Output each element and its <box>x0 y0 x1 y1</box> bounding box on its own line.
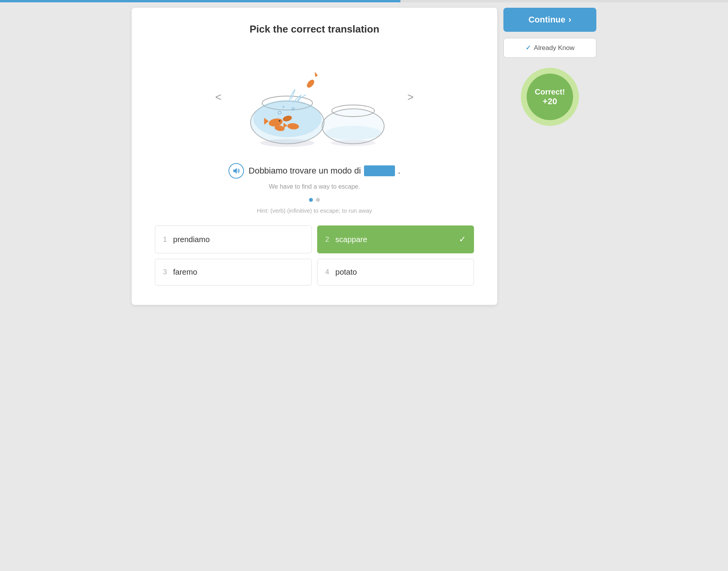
option-3-label: faremo <box>173 268 197 277</box>
hint-text: Hint: (verb) (infinitive) to escape; to … <box>155 207 474 214</box>
already-know-checkmark: ✓ <box>525 44 531 52</box>
option-2[interactable]: 2 scappare ✓ <box>317 225 474 253</box>
question-title: Pick the correct translation <box>155 23 474 35</box>
dot-2 <box>316 198 320 202</box>
option-4-number: 4 <box>325 268 329 276</box>
fishbowl-image <box>233 47 396 148</box>
continue-button[interactable]: Continue › <box>503 8 596 32</box>
progress-bar-container <box>0 0 728 2</box>
continue-label: Continue <box>529 15 565 25</box>
fishbowl-illustration <box>233 47 396 148</box>
sentence-text: Dobbiamo trovare un modo di . <box>249 165 400 176</box>
already-know-button[interactable]: ✓ Already Know <box>503 38 596 58</box>
correct-label: Correct! <box>535 88 565 96</box>
svg-point-20 <box>325 126 381 140</box>
svg-point-9 <box>279 120 280 122</box>
option-1-number: 1 <box>163 236 167 244</box>
svg-marker-15 <box>312 72 318 78</box>
blank-box <box>364 165 395 176</box>
correct-checkmark: ✓ <box>459 234 466 244</box>
already-know-label: Already Know <box>534 44 575 52</box>
option-2-label: scappare <box>335 235 367 244</box>
page-wrapper: Pick the correct translation < <box>132 8 596 305</box>
page-dots <box>155 198 474 202</box>
correct-badge: Correct! +20 <box>503 68 596 126</box>
svg-point-21 <box>331 140 376 146</box>
audio-button[interactable] <box>228 163 244 179</box>
sentence-after: . <box>398 166 400 176</box>
option-1[interactable]: 1 prendiamo <box>155 225 312 253</box>
options-grid: 1 prendiamo 2 scappare ✓ 3 faremo 4 pota… <box>155 225 474 286</box>
main-card: Pick the correct translation < <box>132 8 497 305</box>
sidebar: Continue › ✓ Already Know Correct! +20 <box>503 8 596 126</box>
option-3-number: 3 <box>163 268 167 276</box>
correct-badge-inner: Correct! +20 <box>527 74 573 120</box>
option-4[interactable]: 4 potato <box>317 259 474 286</box>
image-area: < <box>155 47 474 148</box>
option-3[interactable]: 3 faremo <box>155 259 312 286</box>
translation-text: We have to find a way to escape. <box>155 183 474 190</box>
option-1-label: prendiamo <box>173 235 210 244</box>
option-2-number: 2 <box>325 236 329 244</box>
option-4-label: potato <box>335 268 357 277</box>
svg-marker-22 <box>234 168 237 174</box>
sentence-area: Dobbiamo trovare un modo di . <box>155 163 474 179</box>
next-arrow[interactable]: > <box>403 87 417 107</box>
prev-arrow[interactable]: < <box>211 87 225 107</box>
dot-1 <box>309 198 313 202</box>
svg-point-16 <box>260 139 314 147</box>
svg-point-14 <box>306 78 316 89</box>
correct-points: +20 <box>543 96 557 107</box>
speaker-icon <box>232 167 240 175</box>
sentence-before: Dobbiamo trovare un modo di <box>249 166 361 176</box>
correct-badge-outer: Correct! +20 <box>521 68 579 126</box>
progress-bar-fill <box>0 0 400 2</box>
continue-arrow: › <box>568 15 571 25</box>
